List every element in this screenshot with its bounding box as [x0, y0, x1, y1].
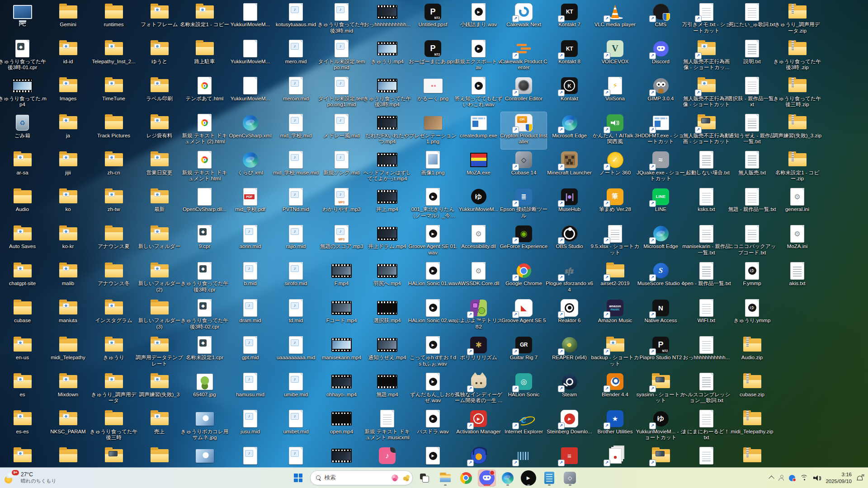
desktop-icon[interactable]: 調声練習(失敗)_3: [137, 371, 182, 408]
tray-person-icon[interactable]: [778, 475, 784, 481]
desktop-icon[interactable]: PNT2おーばーまにあ.ppsf: [410, 38, 456, 75]
desktop-icon[interactable]: ◎↗HALion Sonic: [501, 371, 547, 408]
desktop-icon[interactable]: ↗Controller Editor: [501, 75, 547, 112]
desktop-icon[interactable]: ↗ぷよぷよ™テトリス®2: [456, 297, 501, 334]
desktop-icon[interactable]: ko-kr: [45, 223, 91, 260]
desktop-icon[interactable]: ⚙AWSSDK.Core.dll: [456, 260, 501, 297]
desktop-icon[interactable]: F.mp4: [319, 260, 364, 297]
desktop-icon[interactable]: きゅうり食ってた午後三時.zip: [774, 75, 820, 112]
desktop-icon[interactable]: ♪タイトル未設定.tempo.mid: [319, 38, 364, 75]
desktop-icon[interactable]: 新規 テキスト ドキュメント.html: [182, 149, 227, 186]
desktop-icon[interactable]: 選択肢 - 親作品一覧.txt: [729, 75, 775, 112]
desktop-icon[interactable]: ⚙Accessibility.dll: [456, 223, 501, 260]
desktop-icon[interactable]: ↗syasinn - ショートカット: [638, 371, 684, 408]
desktop-icon[interactable]: ♪uaaaaaaaaa.mid: [273, 334, 319, 371]
desktop-icon[interactable]: ♪jusu.mid: [227, 408, 273, 445]
desktop-icon[interactable]: ♪rajio.mid: [273, 223, 319, 260]
desktop-icon[interactable]: es: [0, 371, 45, 408]
desktop-icon[interactable]: 無人販売.txt: [729, 149, 775, 186]
desktop-icon[interactable]: ♪mid_学校 muse.mid: [273, 149, 319, 186]
desktop-icon[interactable]: sfz↗Plogue sforzando x64: [547, 260, 592, 297]
taskbar-app-microsoft-edge[interactable]: [499, 469, 517, 487]
desktop-icon[interactable]: ゆ↗YukkuriMovieM... - ショートカット: [638, 408, 684, 445]
desktop-icon[interactable]: [729, 445, 775, 468]
desktop-icon[interactable]: zh-tw: [91, 186, 137, 223]
desktop-icon[interactable]: ♪gpt.mid: [227, 334, 273, 371]
desktop-icon[interactable]: ♪mero.mid: [273, 38, 319, 75]
desktop-icon[interactable]: ko: [45, 186, 91, 223]
desktop-icon[interactable]: KT↗Kontakt 8: [547, 38, 592, 75]
desktop-icon[interactable]: ))↗かんたん！AITalk 3 関西風: [592, 112, 638, 149]
desktop-icon[interactable]: akis.txt: [774, 260, 820, 297]
desktop-icon[interactable]: ↗airset2-2019: [592, 260, 638, 297]
desktop-icon[interactable]: ♪MP3無題のスコア.mp3: [319, 223, 364, 260]
desktop-icon[interactable]: OpenCvSharp.dll...: [182, 186, 227, 223]
desktop-icon[interactable]: [0, 445, 45, 468]
desktop-icon[interactable]: ↗孤独なインディーゲーム開発者の一生 ...: [456, 371, 501, 408]
tray-overflow-chevron-icon[interactable]: [769, 476, 775, 482]
desktop-icon[interactable]: 路上駐車: [182, 38, 227, 75]
desktop-icon[interactable]: cubase.zip: [729, 371, 775, 408]
desktop-icon[interactable]: きゅうり食ってた.mp4: [0, 75, 45, 112]
desktop-icon[interactable]: プレゼンテーション1.png: [410, 112, 456, 149]
desktop-icon[interactable]: ♪: [227, 445, 273, 468]
desktop-icon[interactable]: ◆名称未設定1.cpr: [182, 334, 227, 371]
desktop-icon[interactable]: ♪タイトル未設定.tempo.orig1.mid: [319, 75, 364, 112]
desktop-icon[interactable]: ♪umibet.mid: [273, 408, 319, 445]
desktop-icon[interactable]: ♪新規ソング.mid: [319, 149, 364, 186]
desktop-icon[interactable]: ニコニコバックアップコード.txt: [729, 223, 775, 260]
desktop-icon[interactable]: ↗Blender 4.4: [592, 371, 638, 408]
desktop-icon[interactable]: YukkuriMovieM...: [227, 1, 273, 38]
desktop-icon[interactable]: 新しいフォルダー (3): [137, 297, 182, 334]
desktop-icon[interactable]: 新規 テキスト ドキュメント (2).html: [182, 112, 227, 149]
desktop-icon[interactable]: ja: [45, 112, 91, 149]
desktop-icon[interactable]: Audio: [0, 186, 45, 223]
desktop-icon[interactable]: jijii: [45, 149, 91, 186]
desktop-icon[interactable]: 羽尻へ.mp4: [364, 260, 410, 297]
desktop-icon[interactable]: 筆↗筆まめ Ver.28: [592, 186, 638, 223]
desktop-icon[interactable]: ゆF.ymmp: [729, 260, 775, 297]
desktop-icon[interactable]: ▶↗Steinberg Downlo...: [547, 408, 592, 445]
desktop-icon[interactable]: ↗9.5.xlsx - ショートカット: [592, 223, 638, 260]
desktop-icon[interactable]: en-us: [0, 334, 45, 371]
desktop-icon[interactable]: Gemini: [45, 1, 91, 38]
desktop-icon[interactable]: ▶こってゅh dすお f d s bふぉ.wav: [410, 334, 456, 371]
desktop-icon[interactable]: 名称未設定1 - コピー.zip: [774, 149, 820, 186]
desktop-icon[interactable]: ↗Cakewalk Next: [501, 1, 547, 38]
desktop-icon[interactable]: KT↗Kontakt 7: [547, 1, 592, 38]
desktop-icon[interactable]: きゅうり_調声用データ.zip: [774, 1, 820, 38]
desktop-icon[interactable]: ゆうと: [137, 38, 182, 75]
desktop-icon[interactable]: amazonmusic↗Amazon Music: [592, 297, 638, 334]
desktop-icon[interactable]: [45, 445, 91, 468]
desktop-icon[interactable]: ゆきゅうり.ymmp: [729, 297, 775, 334]
desktop-icon[interactable]: ゆYukkuriMovieM...: [456, 186, 501, 223]
desktop-icon[interactable]: きゅうり食ってた午後3時 .zip: [774, 38, 820, 75]
desktop-icon[interactable]: ↗万引きメモ.txt - ショートカット: [684, 1, 729, 38]
desktop-icon[interactable]: ↗VLC media player: [592, 1, 638, 38]
desktop-icon[interactable]: 死にたい_ゅ歌詞.txt: [729, 1, 775, 38]
desktop-icon[interactable]: zh-cn: [91, 149, 137, 186]
desktop-icon[interactable]: ヘルスコンプレッション__歌詞.txt: [684, 371, 729, 408]
desktop-icon[interactable]: ↗: [456, 445, 501, 468]
desktop-icon[interactable]: ♪MP3わかりやす.mp3: [319, 186, 364, 223]
desktop-icon[interactable]: Track Pictures: [91, 112, 137, 149]
desktop-icon[interactable]: きゅうりボカコレ用サムネ.jpg: [182, 408, 227, 445]
desktop-icon[interactable]: ◇↗Cubase 14: [501, 149, 547, 186]
desktop-icon[interactable]: くらび.xml: [227, 149, 273, 186]
desktop-icon[interactable]: malib: [45, 260, 91, 297]
desktop-icon[interactable]: ♪きゅうり食ってた午後3時.mid: [319, 1, 364, 38]
desktop-icon[interactable]: ♪kotusytuaaus.mid: [273, 1, 319, 38]
desktop-icon[interactable]: ▶HALion Sonic 01.wav: [410, 260, 456, 297]
desktop-icon[interactable]: OpenCvSharp.xml: [227, 112, 273, 149]
taskbar-weather-widget[interactable]: 9+ 27°C 晴れのちくもり: [5, 468, 57, 488]
desktop-icon[interactable]: Fコード.mp4: [319, 297, 364, 334]
desktop-icon[interactable]: Images: [45, 75, 91, 112]
desktop-icon[interactable]: ♪td.mid: [273, 297, 319, 334]
taskbar-app-file-explorer[interactable]: [436, 469, 454, 487]
desktop-icon[interactable]: V↗VOICEVOX: [592, 38, 638, 75]
desktop-icon[interactable]: ♪: [273, 445, 319, 468]
desktop-icon[interactable]: おっhhhhhhhhhhh...: [364, 1, 410, 38]
desktop-icon[interactable]: ◆9.cpr: [182, 223, 227, 260]
volume-icon[interactable]: )): [813, 475, 821, 481]
desktop-icon[interactable]: 選択肢.mp4: [364, 297, 410, 334]
